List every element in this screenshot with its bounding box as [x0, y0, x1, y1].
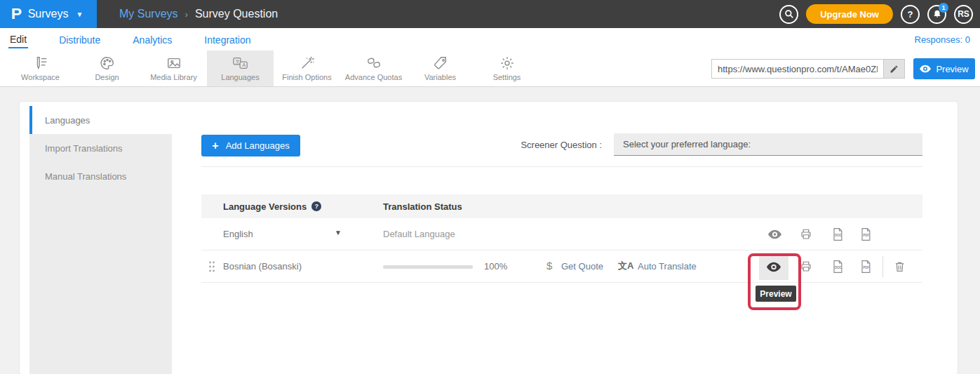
language-name: Bosnian (Bosanski)	[223, 261, 302, 272]
export-doc-button[interactable]: DOC	[829, 258, 846, 275]
preview-tooltip: Preview	[756, 286, 796, 302]
get-quote-link[interactable]: Get Quote	[561, 261, 603, 272]
preview-eye-button[interactable]	[766, 226, 783, 243]
nav-tab-bar: Edit Distribute Analytics Integration Re…	[0, 28, 980, 51]
languages-panel: Languages Import Translations Manual Tra…	[20, 102, 958, 374]
product-name: Surveys	[28, 8, 69, 20]
magic-wand-icon	[300, 55, 315, 71]
tab-distribute[interactable]: Distribute	[58, 31, 102, 48]
icon-divider	[882, 256, 883, 277]
export-pdf-button[interactable]: PDF	[857, 226, 874, 243]
svg-text:DOC: DOC	[835, 234, 843, 237]
table-row-english: English ▼ Default Language DOC PDF	[201, 218, 922, 251]
translation-progress-bar	[383, 265, 473, 269]
toolbar-item-workspace[interactable]: Workspace	[7, 51, 74, 86]
tag-icon	[433, 55, 448, 71]
dollar-icon: $	[546, 260, 552, 272]
section-divider	[201, 166, 922, 167]
settings-sidebar: Languages Import Translations Manual Tra…	[29, 106, 172, 374]
chevron-down-icon: ▼	[76, 11, 83, 18]
help-button[interactable]: ?	[901, 5, 920, 24]
breadcrumb-my-surveys[interactable]: My Surveys	[119, 8, 178, 20]
translate-icon: 文A	[232, 55, 249, 71]
sidebar-item-import-translations[interactable]: Import Translations	[29, 134, 172, 162]
language-versions-table: Language Versions ? Translation Status E…	[201, 194, 922, 283]
svg-text:A: A	[242, 62, 246, 68]
search-button[interactable]	[779, 5, 798, 24]
questionpro-logo-icon: P	[11, 5, 22, 23]
table-row-bosnian: Bosnian (Bosanski) 100% $ Get Quote 文A A…	[201, 251, 922, 283]
responses-count[interactable]: Responses: 0	[915, 34, 971, 45]
svg-text:文: 文	[235, 59, 240, 64]
print-button[interactable]	[798, 258, 814, 275]
chain-link-icon	[366, 55, 382, 71]
breadcrumb-separator-icon: ›	[185, 9, 188, 20]
print-button[interactable]	[798, 226, 814, 243]
notifications-button[interactable]: 1	[927, 5, 946, 24]
survey-url-input[interactable]	[712, 64, 883, 74]
sidebar-item-manual-translations[interactable]: Manual Translations	[29, 162, 172, 190]
search-icon	[784, 9, 794, 19]
breadcrumb: My Surveys › Survey Question	[119, 8, 278, 20]
breadcrumb-current: Survey Question	[195, 8, 278, 20]
export-doc-button[interactable]: DOC	[829, 226, 846, 243]
eye-icon	[767, 262, 781, 272]
survey-url-field	[711, 59, 905, 79]
help-icon[interactable]: ?	[311, 201, 321, 211]
upgrade-now-button[interactable]: Upgrade Now	[806, 4, 893, 24]
trash-icon	[894, 260, 906, 273]
screener-question-label: Screener Question :	[504, 140, 602, 150]
surveys-product-menu[interactable]: P Surveys ▼	[0, 0, 97, 28]
toolbar-item-variables[interactable]: Variables	[407, 51, 474, 86]
tab-analytics[interactable]: Analytics	[131, 31, 173, 48]
svg-text:PDF: PDF	[863, 234, 869, 237]
preview-button[interactable]: Preview	[913, 58, 975, 79]
workspace-icon	[33, 55, 48, 71]
avatar[interactable]: RS	[954, 5, 973, 24]
screener-question-select[interactable]: Select your preferred language:	[614, 133, 922, 156]
delete-language-button[interactable]	[891, 258, 908, 275]
notification-badge: 1	[939, 3, 948, 13]
translation-progress-value: 100%	[484, 261, 507, 272]
edit-url-button[interactable]	[883, 60, 904, 78]
svg-text:DOC: DOC	[835, 266, 843, 269]
preview-eye-button[interactable]	[759, 253, 788, 280]
language-name: English	[223, 229, 253, 239]
column-translation-status: Translation Status	[383, 201, 462, 212]
toolbar-item-settings[interactable]: Settings	[474, 51, 540, 86]
toolbar-item-design[interactable]: Design	[74, 51, 140, 86]
add-languages-button[interactable]: + Add Languages	[201, 135, 300, 156]
topbar-actions: Upgrade Now ? 1 RS	[779, 0, 973, 28]
toolbar-item-media-library[interactable]: Media Library	[140, 51, 207, 86]
default-language-label: Default Language	[383, 229, 455, 239]
toolbar-item-languages[interactable]: 文A Languages	[207, 51, 274, 86]
table-header-row: Language Versions ? Translation Status	[201, 194, 922, 218]
language-dropdown-caret-icon[interactable]: ▼	[335, 229, 342, 236]
pencil-icon	[890, 65, 899, 74]
auto-translate-link[interactable]: Auto Translate	[638, 261, 697, 272]
gear-icon	[499, 55, 515, 71]
tab-edit[interactable]: Edit	[8, 30, 28, 48]
toolbar-item-advance-quotas[interactable]: Advance Quotas	[340, 51, 407, 86]
eye-icon	[920, 65, 931, 73]
export-pdf-button[interactable]: PDF	[857, 258, 874, 275]
svg-text:PDF: PDF	[863, 266, 869, 269]
column-language-versions: Language Versions ?	[223, 201, 321, 212]
top-bar: P Surveys ▼ My Surveys › Survey Question…	[0, 0, 980, 28]
image-icon	[166, 55, 182, 71]
drag-handle[interactable]	[208, 260, 216, 274]
toolbar-item-finish-options[interactable]: Finish Options	[274, 51, 340, 86]
tab-integration[interactable]: Integration	[203, 31, 252, 48]
plus-icon: +	[212, 140, 218, 152]
sidebar-item-languages[interactable]: Languages	[29, 106, 172, 134]
auto-translate-icon: 文A	[618, 260, 633, 272]
palette-icon	[100, 55, 115, 71]
